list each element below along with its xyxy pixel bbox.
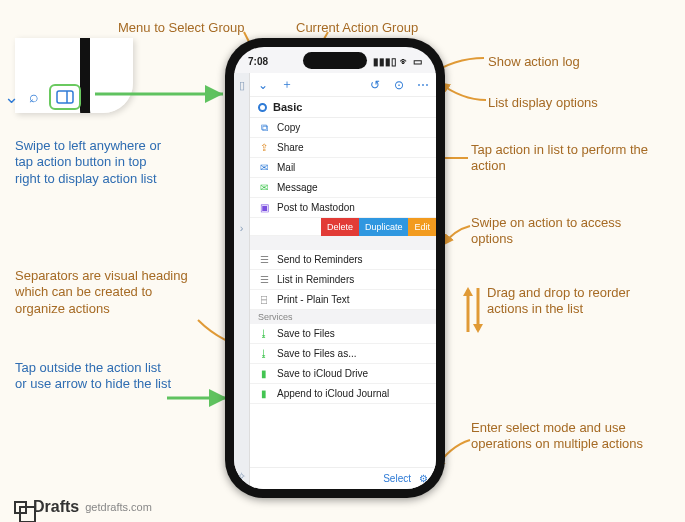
mail-icon: ✉ (258, 162, 270, 173)
reminders-icon: ☰ (258, 254, 270, 265)
status-time: 7:08 (248, 56, 268, 67)
action-list: ⧉Copy ⇪Share ✉Mail ✉Message ▣Post to Mas… (250, 118, 436, 467)
dynamic-island (303, 52, 367, 69)
list-footer: Select ⚙ (250, 467, 436, 489)
anno-current-group: Current Action Group (296, 20, 418, 36)
separator: Services (250, 310, 436, 324)
phone-screen: 7:08 ▮▮▮▯ ᯤ ▭ ▯ › ✧ ⌄ ＋ ↺ ⊙ ⋯ (234, 47, 436, 489)
save-icon: ⭳ (258, 328, 270, 339)
panel-toggle-icon[interactable] (49, 84, 81, 110)
list-item[interactable]: ☰Send to Reminders (250, 250, 436, 270)
group-dot-icon (258, 103, 267, 112)
anno-show-log: Show action log (488, 54, 580, 70)
side-rail: ▯ › ✧ (234, 73, 250, 489)
anno-menu-select: Menu to Select Group (118, 20, 244, 36)
list-item[interactable]: ⌸Print - Plain Text (250, 290, 436, 310)
brand-url: getdrafts.com (85, 501, 152, 513)
anno-swipe-access: Swipe on action to access options (471, 215, 641, 248)
wifi-icon: ᯤ (400, 56, 410, 67)
anno-display-opts: List display options (488, 95, 598, 111)
list-item[interactable]: ⇪Share (250, 138, 436, 158)
phone-frame: 7:08 ▮▮▮▯ ᯤ ▭ ▯ › ✧ ⌄ ＋ ↺ ⊙ ⋯ (225, 38, 445, 498)
anno-select-mode: Enter select mode and use operations on … (471, 420, 651, 453)
swipe-edit-button[interactable]: Edit (408, 218, 436, 236)
list-item[interactable]: ▮Append to iCloud Journal (250, 384, 436, 404)
brand-name: Drafts (33, 498, 79, 516)
anno-tap-action: Tap action in list to perform the action (471, 142, 651, 175)
icloud-icon: ▮ (258, 368, 270, 379)
journal-icon: ▮ (258, 388, 270, 399)
action-toolbar: ⌄ ＋ ↺ ⊙ ⋯ (250, 73, 436, 97)
swipe-duplicate-button[interactable]: Duplicate (359, 218, 409, 236)
reorder-arrows-icon (461, 284, 485, 336)
svg-rect-0 (57, 91, 73, 103)
message-icon: ✉ (258, 182, 270, 193)
list-item[interactable]: ⧉Copy (250, 118, 436, 138)
add-action-icon[interactable]: ＋ (280, 76, 294, 93)
swipe-actions: Delete Duplicate Edit (321, 218, 436, 236)
swipe-delete-button[interactable]: Delete (321, 218, 359, 236)
list-item[interactable]: ▣Post to Mastodon (250, 198, 436, 218)
list-item[interactable]: ✉Mail (250, 158, 436, 178)
anno-tap-outside: Tap outside the action list or use arrow… (15, 360, 175, 393)
copy-icon: ⧉ (258, 122, 270, 134)
list-item[interactable]: ▮Save to iCloud Drive (250, 364, 436, 384)
chevron-down-icon[interactable]: ⌄ (4, 86, 19, 108)
anno-swipe-left: Swipe to left anywhere or tap action but… (15, 138, 165, 187)
operations-icon[interactable]: ⚙ (419, 473, 428, 484)
list-item[interactable]: ✉Message (250, 178, 436, 198)
battery-icon: ▭ (413, 56, 422, 67)
list-item[interactable]: ⭳Save to Files (250, 324, 436, 344)
group-label: Basic (273, 101, 302, 113)
share-icon: ⇪ (258, 142, 270, 153)
signal-icon: ▮▮▮▯ (373, 56, 397, 67)
mastodon-icon: ▣ (258, 202, 270, 213)
group-header[interactable]: Basic (250, 97, 436, 118)
pin-icon[interactable]: ✧ (237, 470, 246, 483)
list-options-icon[interactable]: ⋯ (416, 78, 430, 92)
select-mode-button[interactable]: Select (383, 473, 411, 484)
list-item[interactable]: ⭳Save to Files as... (250, 344, 436, 364)
history-icon[interactable]: ↺ (368, 78, 382, 92)
list-item[interactable]: ☰List in Reminders (250, 270, 436, 290)
action-log-icon[interactable]: ⊙ (392, 78, 406, 92)
anno-drag-drop: Drag and drop to reorder actions in the … (487, 285, 657, 318)
doc-icon[interactable]: ▯ (239, 79, 245, 92)
rail-chevron-icon[interactable]: › (240, 222, 244, 234)
anno-separators: Separators are visual heading which can … (15, 268, 205, 317)
brand-footer: Drafts getdrafts.com (14, 498, 152, 516)
list-icon: ☰ (258, 274, 270, 285)
search-icon[interactable]: ⌕ (29, 88, 39, 106)
drafts-logo-icon (14, 501, 27, 514)
group-menu-icon[interactable]: ⌄ (256, 78, 270, 92)
print-icon: ⌸ (258, 294, 270, 305)
saveas-icon: ⭳ (258, 348, 270, 359)
